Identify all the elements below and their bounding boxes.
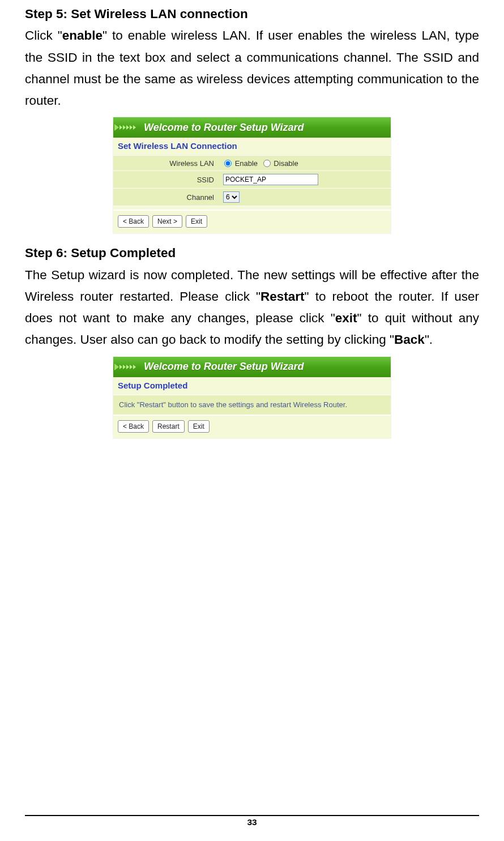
ssid-row-value	[219, 171, 391, 189]
wlan-section-title: Set Wireless LAN Connection	[113, 138, 391, 155]
text-fragment: ".	[425, 332, 433, 347]
chevron-right-icon	[123, 125, 126, 130]
enable-radio-label: Enable	[235, 159, 258, 168]
chevron-right-icon	[126, 365, 129, 369]
wlan-disable-radio[interactable]	[263, 160, 271, 167]
channel-select[interactable]: 6	[223, 191, 240, 203]
back-button[interactable]: < Back	[118, 215, 149, 228]
exit-button[interactable]: Exit	[188, 420, 210, 433]
chevron-right-icon	[130, 125, 133, 130]
restart-keyword: Restart	[260, 289, 305, 304]
chevron-right-icon	[114, 364, 119, 370]
back-button[interactable]: < Back	[118, 420, 149, 433]
channel-row-label: Channel	[113, 189, 219, 206]
wizard-header-title: Welcome to Router Setup Wizard	[144, 122, 304, 134]
chevron-group-icon	[114, 364, 136, 370]
row-wireless-lan: Wireless LAN Enable Disable	[113, 156, 391, 171]
wizard-set-wlan: Welcome to Router Setup Wizard Set Wirel…	[113, 117, 391, 233]
chevron-group-icon	[114, 124, 136, 131]
next-button[interactable]: Next >	[152, 215, 182, 228]
chevron-right-icon	[119, 125, 122, 130]
wizard-header: Welcome to Router Setup Wizard	[113, 357, 391, 377]
wizard-setup-completed: Welcome to Router Setup Wizard Setup Com…	[113, 357, 391, 438]
chevron-right-icon	[130, 365, 133, 369]
chevron-right-icon	[133, 365, 136, 369]
ssid-row-label: SSID	[113, 171, 219, 189]
chevron-right-icon	[133, 125, 136, 130]
step6-paragraph: The Setup wizard is now completed. The n…	[25, 264, 479, 351]
completed-description: Click "Restart" button to save the setti…	[113, 395, 391, 415]
document-page: Step 5: Set Wireless LAN connection Clic…	[0, 0, 504, 438]
completed-section-title: Setup Completed	[113, 377, 391, 395]
disable-radio-label: Disable	[274, 159, 298, 168]
chevron-right-icon	[119, 365, 122, 369]
completed-button-row: < Back Restart Exit	[113, 415, 391, 438]
chevron-right-icon	[126, 125, 129, 130]
exit-button[interactable]: Exit	[186, 215, 207, 228]
enable-keyword: enable	[62, 28, 102, 42]
channel-row-value: 6	[219, 189, 391, 206]
exit-keyword: exit	[335, 311, 357, 325]
wizard-header: Welcome to Router Setup Wizard	[113, 117, 391, 138]
text-fragment: Click "	[25, 28, 62, 42]
row-channel: Channel 6	[113, 189, 391, 206]
back-keyword: Back	[394, 332, 425, 347]
restart-button[interactable]: Restart	[152, 420, 185, 433]
footer-rule	[25, 815, 479, 816]
wlan-row-label: Wireless LAN	[113, 156, 219, 171]
page-footer: 33	[25, 815, 479, 827]
chevron-right-icon	[114, 124, 119, 131]
row-ssid: SSID	[113, 171, 391, 189]
wlan-form-table: Wireless LAN Enable Disable SSID Channel	[113, 155, 391, 210]
step5-paragraph: Click "enable" to enable wireless LAN. I…	[25, 25, 479, 112]
page-number: 33	[25, 817, 479, 827]
wlan-enable-radio[interactable]	[224, 160, 232, 167]
chevron-right-icon	[123, 365, 126, 369]
wlan-row-value: Enable Disable	[219, 156, 391, 171]
ssid-input[interactable]	[223, 174, 318, 185]
step6-heading: Step 6: Setup Completed	[25, 242, 479, 264]
wizard-header-title: Welcome to Router Setup Wizard	[144, 361, 304, 373]
wlan-button-row: < Back Next > Exit	[113, 210, 391, 233]
step5-heading: Step 5: Set Wireless LAN connection	[25, 3, 479, 25]
